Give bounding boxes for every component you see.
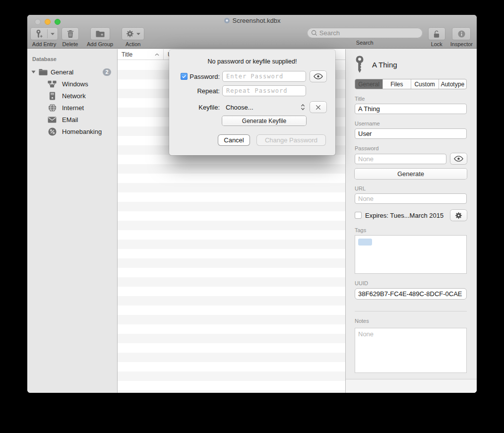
sidebar-item-general[interactable]: General 2	[27, 66, 117, 78]
window-chrome: Screenshot.kdbx Add Entry	[27, 15, 477, 49]
entry-count-badge: 2	[103, 68, 111, 76]
sidebar-section-header: Database	[27, 49, 117, 66]
uuid-field[interactable]	[355, 288, 467, 300]
add-group-button[interactable]	[91, 28, 110, 40]
updown-chevrons-icon	[301, 104, 305, 111]
tab-general[interactable]: General	[355, 79, 383, 89]
sheet-actions: Cancel Change Password	[169, 135, 335, 145]
sidebar: Database General 2 Windows	[27, 49, 118, 393]
expires-settings-button[interactable]	[450, 210, 467, 221]
clear-keyfile-button[interactable]	[310, 102, 326, 113]
chevron-down-icon	[51, 33, 55, 35]
percent-circle-icon	[48, 127, 57, 136]
search-field[interactable]	[307, 28, 423, 38]
sidebar-item-homebanking[interactable]: Homebanking	[27, 125, 117, 137]
sidebar-item-label: Windows	[62, 80, 88, 88]
sidebar-item-label: General	[51, 68, 73, 76]
info-icon	[457, 30, 466, 38]
reveal-password-button[interactable]	[450, 153, 467, 164]
password-label: Password	[355, 145, 467, 151]
generate-keyfile-button[interactable]: Generate Keyfile	[222, 116, 306, 125]
check-icon	[182, 74, 187, 79]
workgroup-icon	[48, 80, 57, 88]
keyfile-row: Keyfile: Choose...	[169, 102, 335, 113]
sheet-message: No password or keyfile supplied!	[169, 58, 335, 65]
password-field[interactable]	[355, 154, 446, 164]
add-entry-dropdown[interactable]	[48, 28, 58, 40]
search-group: Search	[307, 28, 423, 46]
repeat-password-field[interactable]	[222, 85, 306, 96]
notes-field[interactable]	[355, 328, 467, 373]
x-icon	[315, 105, 321, 110]
sheet-repeat-label: Repeat:	[197, 87, 220, 95]
column-header-title[interactable]: Title	[118, 49, 164, 60]
title-field[interactable]	[355, 104, 467, 114]
tab-files[interactable]: Files	[383, 79, 411, 89]
repeat-row: Repeat:	[169, 85, 335, 96]
add-group-group: Add Group	[87, 28, 113, 47]
search-input[interactable]	[319, 29, 419, 37]
app-window: Screenshot.kdbx Add Entry	[27, 15, 477, 393]
title-label: Title	[355, 96, 467, 102]
notes-label: Notes	[355, 318, 467, 324]
add-group-label: Add Group	[87, 41, 113, 47]
inspector-group: Inspector	[450, 28, 473, 47]
tab-custom[interactable]: Custom	[411, 79, 439, 89]
keyfile-popup[interactable]: Choose...	[222, 104, 306, 111]
action-button[interactable]	[122, 28, 144, 40]
inspector-footer	[346, 379, 477, 393]
titlebar: Screenshot.kdbx	[27, 17, 477, 25]
enter-password-field[interactable]	[222, 71, 306, 82]
tab-autotype[interactable]: Autotype	[439, 79, 466, 89]
sidebar-item-label: Network	[62, 92, 86, 100]
keyfile-value: Choose...	[226, 104, 253, 111]
tags-label: Tags	[355, 227, 467, 233]
delete-group: Delete	[62, 28, 78, 47]
sidebar-item-label: Homebanking	[62, 128, 102, 135]
divider	[355, 311, 467, 311]
inspector-label: Inspector	[450, 41, 473, 47]
sort-ascending-icon	[155, 53, 159, 56]
key-icon	[355, 55, 365, 74]
change-password-button[interactable]: Change Password	[257, 135, 325, 145]
disclosure-triangle-icon[interactable]	[31, 70, 36, 74]
lock-button[interactable]	[429, 28, 445, 40]
generate-button[interactable]: Generate	[355, 169, 467, 179]
sheet-password-label: Password:	[189, 73, 220, 80]
cancel-button[interactable]: Cancel	[218, 135, 250, 145]
tags-field[interactable]	[355, 235, 467, 274]
url-field[interactable]	[355, 193, 467, 204]
uuid-label: UUID	[355, 280, 467, 286]
expires-row: Expires: Tues...March 2015	[355, 210, 467, 221]
action-group: Action	[122, 28, 144, 47]
inspector-panel: A Thing General Files Custom Autotype Ti…	[345, 49, 477, 393]
sidebar-item-email[interactable]: EMail	[27, 114, 117, 125]
add-entry-button[interactable]	[31, 28, 58, 40]
delete-label: Delete	[63, 41, 78, 47]
expires-checkbox[interactable]	[355, 212, 362, 219]
tag-token[interactable]	[358, 239, 372, 246]
delete-button[interactable]	[62, 28, 78, 40]
change-password-sheet: No password or keyfile supplied! Passwor…	[169, 50, 335, 155]
sidebar-item-network[interactable]: Network	[27, 90, 117, 102]
reveal-sheet-password-button[interactable]	[310, 71, 326, 82]
expires-label: Expires: Tues...March 2015	[365, 212, 447, 219]
sidebar-item-windows[interactable]: Windows	[27, 78, 117, 90]
server-icon	[48, 92, 57, 100]
folder-icon	[39, 68, 48, 75]
lock-label: Lock	[431, 41, 442, 47]
sheet-keyfile-label: Keyfile:	[198, 104, 220, 111]
url-label: URL	[355, 186, 467, 191]
gear-icon	[126, 30, 134, 38]
inspector-button[interactable]	[452, 28, 470, 40]
lock-group: Lock	[429, 28, 445, 47]
gear-icon	[455, 212, 462, 219]
username-field[interactable]	[355, 128, 467, 139]
search-label: Search	[356, 40, 374, 46]
folder-plus-icon	[96, 30, 105, 37]
sidebar-item-internet[interactable]: Internet	[27, 102, 117, 114]
add-entry-label: Add Entry	[32, 41, 56, 47]
trash-icon	[67, 30, 74, 38]
inspector-tabs: General Files Custom Autotype	[355, 79, 467, 89]
password-checkbox[interactable]	[181, 73, 188, 80]
